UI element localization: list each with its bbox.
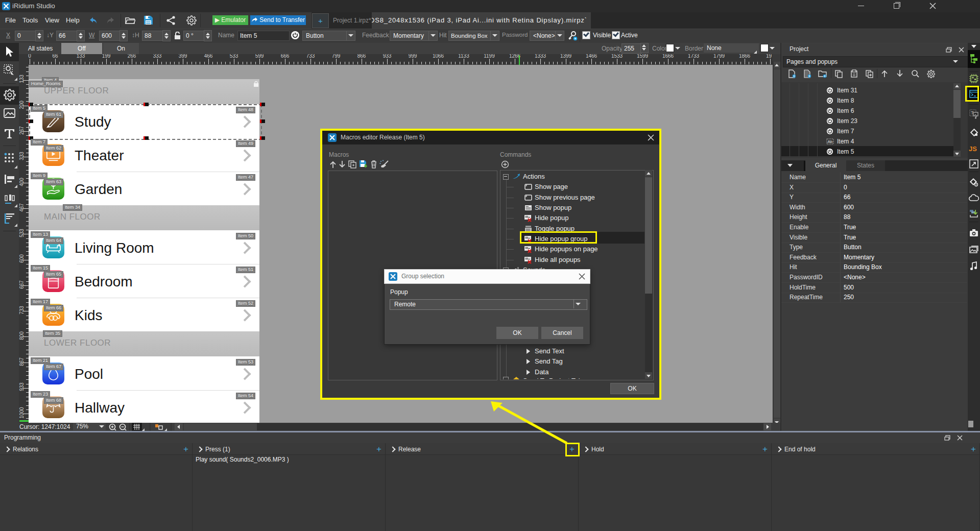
svg-text:Ab: Ab — [828, 139, 833, 144]
